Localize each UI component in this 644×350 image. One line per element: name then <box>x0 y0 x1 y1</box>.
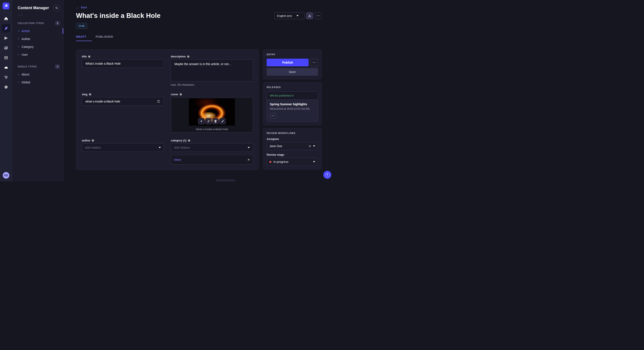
gear-icon[interactable] <box>2 83 10 91</box>
title-input[interactable]: What's inside a Black Hole <box>82 59 164 68</box>
globe-icon <box>89 93 91 96</box>
author-label: author <box>82 139 90 142</box>
chevron-down-icon <box>313 161 315 163</box>
entry-more-button[interactable] <box>310 59 318 66</box>
description-label: description <box>171 55 186 58</box>
layout-icon[interactable] <box>2 53 10 62</box>
chevron-down-icon <box>296 15 298 16</box>
edit-media-button[interactable] <box>219 118 226 124</box>
add-media-button[interactable]: + <box>198 118 205 124</box>
home-icon[interactable] <box>2 14 10 23</box>
subnav-title: Content Manager <box>18 6 49 10</box>
regenerate-icon[interactable] <box>157 100 160 103</box>
slug-input[interactable]: what-s-inside-a-black-hole <box>82 97 164 106</box>
category-relation-item: news × <box>171 155 253 165</box>
tab-draft[interactable]: DRAFT <box>76 35 92 41</box>
releases-send-icon[interactable] <box>2 34 10 42</box>
bullet-icon <box>18 82 19 83</box>
category-relation-combobox[interactable]: Add relation <box>171 143 253 152</box>
export-button[interactable] <box>306 12 313 19</box>
publish-button[interactable]: Publish <box>267 59 308 66</box>
slug-value: what-s-inside-a-black-hole <box>86 100 120 103</box>
content-manager-icon[interactable] <box>2 24 10 32</box>
single-types-count: 2 <box>55 64 60 69</box>
trash-icon <box>214 120 217 123</box>
bullet-icon <box>18 54 19 55</box>
chevron-down-icon <box>159 147 161 148</box>
description-hint: max. 80 characters <box>171 83 253 86</box>
releases-panel-title: RELEASES <box>267 86 318 88</box>
cart-icon[interactable] <box>2 73 10 81</box>
sidebar-item-category[interactable]: Category <box>12 43 63 51</box>
globe-icon <box>92 139 94 142</box>
sidebar-item-article[interactable]: Article <box>12 27 63 35</box>
review-stage-select[interactable]: In progress <box>267 158 318 166</box>
plus-icon: + <box>200 119 202 123</box>
nav-rail: KD <box>0 0 12 181</box>
strapi-admin: KD Content Manager COLLECTION TYPES 4 Ar… <box>0 0 334 181</box>
release-date: 09/11/2024 at 16:00 (UTC+02:00) <box>270 107 315 110</box>
chevron-down-icon <box>248 147 250 148</box>
locale-value: English (en) <box>277 14 292 17</box>
copy-link-button[interactable] <box>205 118 212 124</box>
nav-item-label: Author <box>22 37 30 41</box>
version-tabs: DRAFT PUBLISHED <box>76 35 322 41</box>
more-options-button[interactable] <box>315 12 322 19</box>
more-dots-icon <box>312 61 316 64</box>
collection-types-count: 4 <box>55 21 60 25</box>
collapsed-section-peek <box>216 179 236 181</box>
author-placeholder: Add relation <box>85 146 101 149</box>
sidebar-item-user[interactable]: User <box>12 51 63 58</box>
cloud-icon[interactable] <box>2 63 10 72</box>
description-textarea[interactable]: Maybe the answer is in this article, or … <box>171 59 253 81</box>
assignee-combobox[interactable]: Jane Doe × <box>267 142 318 150</box>
sidebar-item-about[interactable]: About <box>12 70 63 78</box>
download-icon <box>308 14 311 17</box>
help-button[interactable]: ? <box>323 171 331 179</box>
single-types-label: SINGLE TYPES <box>18 65 37 68</box>
tab-published[interactable]: PUBLISHED <box>96 35 118 41</box>
author-relation-combobox[interactable]: Add relation <box>82 143 164 152</box>
back-link[interactable]: ← Back <box>76 5 87 9</box>
release-name: Spring Summer highlights <box>270 103 315 106</box>
remove-relation-icon[interactable]: × <box>248 158 250 162</box>
nav-item-label: About <box>22 73 30 76</box>
bullet-icon <box>18 74 19 75</box>
cover-filename: what-s-inside-a-black-hole <box>196 128 228 131</box>
locale-select[interactable]: English (en) <box>274 12 304 19</box>
field-description: description Maybe the answer is in this … <box>171 55 253 86</box>
question-icon: ? <box>325 173 330 177</box>
sidebar-item-author[interactable]: Author <box>12 35 63 43</box>
release-more-button[interactable] <box>270 113 276 118</box>
strapi-logo-icon <box>4 3 8 8</box>
clear-assignee-icon[interactable]: × <box>309 144 311 148</box>
category-label: category (1) <box>171 139 186 142</box>
cover-label: cover <box>171 93 178 96</box>
strapi-logo[interactable] <box>2 2 9 9</box>
globe-icon <box>180 93 182 96</box>
globe-icon <box>187 55 190 58</box>
more-dots-icon <box>272 114 274 117</box>
globe-icon <box>188 139 190 142</box>
review-panel-title: REVIEW WORKFLOWS <box>267 132 318 134</box>
chevron-down-icon <box>313 146 315 147</box>
cover-media-card: + <box>171 97 253 133</box>
entry-form-card: title What's inside a Black Hole descrip… <box>76 49 259 170</box>
review-stage-label: Review stage <box>267 153 318 156</box>
search-icon <box>55 6 58 9</box>
main-content: ← Back What's inside a Black Hole Englis… <box>64 0 334 181</box>
nav-item-label: Article <box>22 29 30 33</box>
field-category: category (1) Add relation news × <box>171 139 253 165</box>
bullet-icon <box>18 46 19 47</box>
save-button[interactable]: Save <box>267 68 318 76</box>
sidebar-item-global[interactable]: Global <box>12 78 63 86</box>
delete-media-button[interactable] <box>212 118 219 124</box>
search-button[interactable] <box>54 5 60 11</box>
relation-news-link[interactable]: news <box>174 158 181 161</box>
release-card-header: Will be published in <box>267 92 318 100</box>
user-avatar[interactable]: KD <box>3 172 9 178</box>
stage-status-dot <box>270 161 271 163</box>
page-title: What's inside a Black Hole <box>76 12 274 19</box>
field-cover: cover + <box>171 93 253 133</box>
media-library-icon[interactable] <box>2 44 10 52</box>
